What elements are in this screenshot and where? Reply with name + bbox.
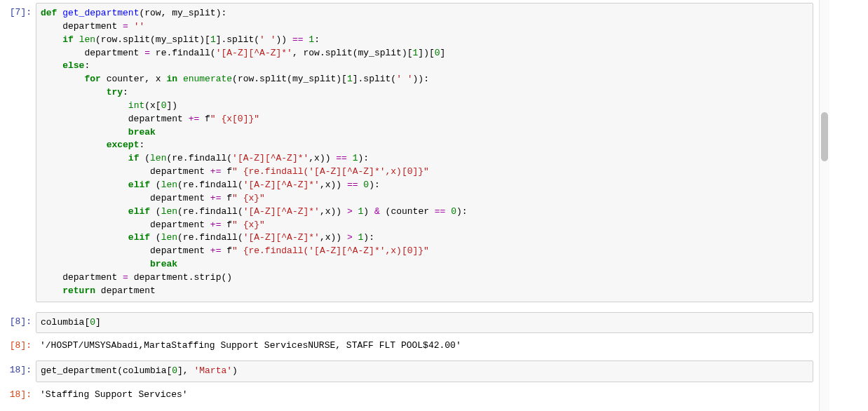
output-prompt: 18]: xyxy=(0,385,36,405)
code-input-area[interactable]: get_department(columbia[0], 'Marta') xyxy=(36,361,813,382)
code-output-area: '/HOSPT/UMSYSAbadi,MartaStaffing Support… xyxy=(36,336,813,356)
code-input-area[interactable]: def get_department(row, my_split): depar… xyxy=(36,3,813,302)
input-prompt: [7]: xyxy=(0,3,36,302)
notebook: [7]: def get_department(row, my_split): … xyxy=(0,0,868,405)
code-cell: [7]: def get_department(row, my_split): … xyxy=(0,3,868,302)
output-cell: [8]: '/HOSPT/UMSYSAbadi,MartaStaffing Su… xyxy=(0,336,868,356)
scrollbar-thumb[interactable] xyxy=(821,112,828,161)
code-cell: [8]: columbia[0] xyxy=(0,312,868,334)
code-input-area[interactable]: columbia[0] xyxy=(36,312,813,334)
code-output-area: 'Staffing Support Services' xyxy=(36,385,813,405)
input-prompt: [8]: xyxy=(0,312,36,334)
input-prompt: 18]: xyxy=(0,361,36,382)
code-cell: 18]: get_department(columbia[0], 'Marta'… xyxy=(0,361,868,382)
vertical-scrollbar[interactable] xyxy=(819,0,829,411)
output-prompt: [8]: xyxy=(0,336,36,356)
output-cell: 18]: 'Staffing Support Services' xyxy=(0,385,868,405)
